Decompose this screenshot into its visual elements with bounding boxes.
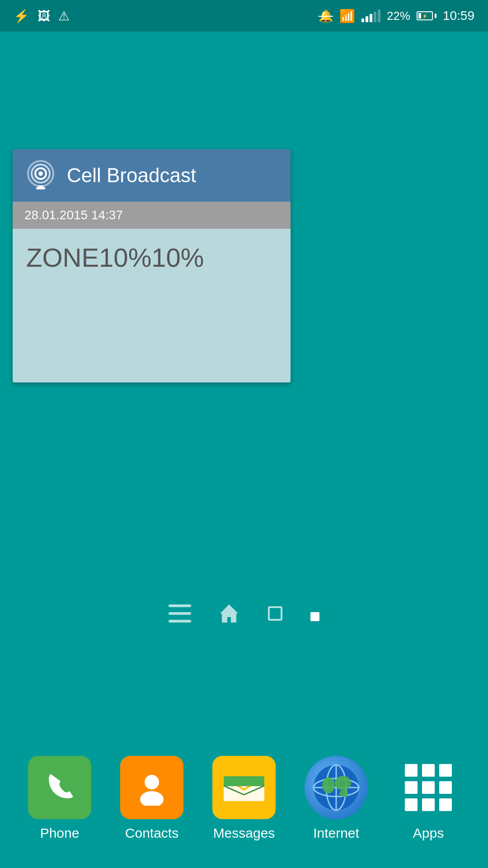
wifi-icon: 📶 (339, 9, 355, 24)
recent-button[interactable] (267, 605, 283, 626)
apps-grid (405, 764, 452, 811)
svg-rect-5 (36, 187, 45, 189)
apps-grid-dot (439, 798, 452, 811)
apps-grid-dot (405, 798, 418, 811)
nav-bar (0, 594, 488, 637)
dock: Phone Contacts Messages (0, 756, 488, 841)
svg-point-25 (322, 777, 335, 793)
internet-app-icon (305, 756, 368, 819)
dock-item-messages[interactable]: Messages (212, 756, 276, 841)
apps-grid-dot (405, 764, 418, 777)
widget-header: Cell Broadcast (13, 149, 291, 202)
home-button[interactable] (218, 603, 240, 628)
status-bar-left: ⚡ 🖼 ⚠ (14, 9, 70, 24)
svg-point-3 (38, 171, 43, 176)
messages-label: Messages (213, 826, 275, 841)
dock-item-phone[interactable]: Phone (28, 756, 91, 841)
svg-rect-6 (169, 604, 191, 607)
battery-percentage: 22% (387, 9, 410, 23)
signal-bar-1 (361, 19, 364, 22)
signal-bar-2 (366, 16, 368, 22)
active-page-indicator (310, 606, 319, 625)
svg-rect-11 (310, 612, 319, 621)
svg-point-12 (145, 775, 159, 789)
svg-rect-7 (169, 612, 191, 615)
mute-icon: 🔔 (319, 9, 333, 23)
signal-bar-3 (370, 14, 372, 22)
apps-grid-dot (422, 781, 435, 794)
cell-broadcast-icon (24, 159, 57, 192)
dock-item-internet[interactable]: Internet (305, 756, 368, 841)
messages-app-icon (212, 756, 276, 819)
apps-grid-dot (405, 781, 418, 794)
status-bar: ⚡ 🖼 ⚠ 🔔 📶 22% ⚡ 10:59 (0, 0, 488, 32)
signal-bar-5 (378, 9, 380, 22)
dock-item-contacts[interactable]: Contacts (120, 756, 183, 841)
internet-label: Internet (313, 826, 359, 841)
usb-icon: ⚡ (14, 9, 29, 24)
dock-item-apps[interactable]: Apps (397, 756, 460, 841)
contacts-app-icon (120, 756, 183, 819)
contacts-label: Contacts (125, 826, 178, 841)
apps-grid-dot (439, 764, 452, 777)
signal-bars (361, 9, 380, 22)
status-bar-right: 🔔 📶 22% ⚡ 10:59 (319, 9, 474, 24)
cell-broadcast-widget[interactable]: Cell Broadcast 28.01.2015 14:37 ZONE10%1… (13, 149, 291, 382)
svg-rect-17 (224, 776, 264, 786)
image-icon: 🖼 (38, 9, 50, 24)
svg-rect-8 (169, 620, 191, 623)
svg-rect-10 (269, 607, 282, 620)
menu-button[interactable] (169, 604, 191, 627)
svg-point-27 (339, 790, 348, 797)
widget-date-bar: 28.01.2015 14:37 (13, 202, 291, 229)
status-time: 10:59 (443, 9, 474, 23)
signal-bar-4 (374, 12, 376, 22)
apps-grid-dot (439, 781, 452, 794)
phone-label: Phone (40, 826, 80, 841)
widget-title: Cell Broadcast (67, 164, 196, 187)
warning-icon: ⚠ (58, 9, 70, 24)
apps-grid-dot (422, 764, 435, 777)
battery-icon: ⚡ (417, 11, 436, 20)
widget-date: 28.01.2015 14:37 (24, 208, 123, 222)
apps-app-icon (397, 756, 460, 819)
widget-body: ZONE10%10% (13, 229, 291, 382)
apps-label: Apps (413, 826, 444, 841)
svg-marker-9 (220, 604, 238, 623)
widget-message: ZONE10%10% (26, 243, 204, 272)
svg-point-13 (140, 791, 164, 806)
apps-grid-dot (422, 798, 435, 811)
phone-app-icon (28, 756, 91, 819)
svg-point-26 (335, 776, 351, 790)
